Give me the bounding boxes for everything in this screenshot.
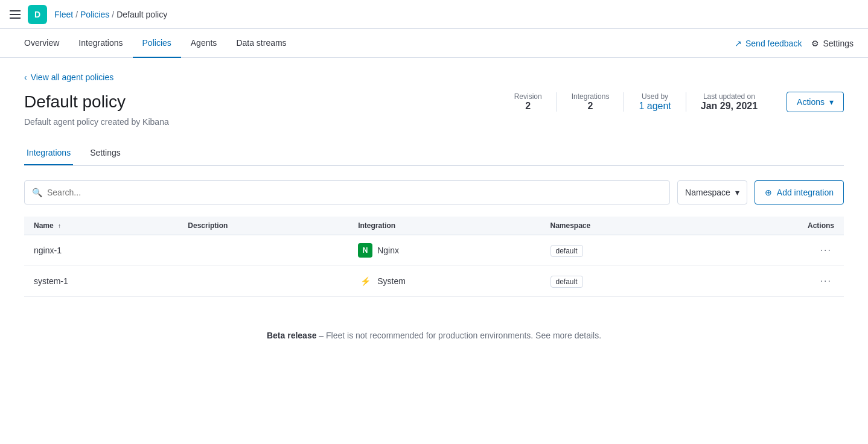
breadcrumb-policies[interactable]: Policies: [80, 10, 109, 19]
tab-data-streams[interactable]: Data streams: [226, 29, 296, 58]
footer-bold: Beta release: [267, 331, 317, 340]
policy-meta: Revision 2 Integrations 2 Used by 1 agen…: [500, 92, 772, 112]
policy-header: Default policy Revision 2 Integrations 2…: [24, 92, 844, 112]
policy-title: Default policy: [24, 92, 126, 112]
ellipsis-icon: ···: [820, 276, 832, 286]
col-integration: Integration: [348, 217, 540, 235]
settings-button[interactable]: ⚙ Settings: [811, 39, 854, 48]
chevron-down-icon: ▾: [735, 188, 739, 197]
breadcrumb-fleet[interactable]: Fleet: [54, 10, 73, 19]
meta-integrations: Integrations 2: [557, 92, 625, 112]
hamburger-menu[interactable]: [10, 10, 21, 19]
tab-policies[interactable]: Policies: [133, 29, 181, 58]
search-box: 🔍: [24, 180, 670, 205]
policy-description: Default agent policy created by Kibana: [24, 117, 844, 127]
row-actions-button[interactable]: ···: [818, 243, 834, 258]
breadcrumb-sep-2: /: [112, 10, 114, 19]
system-icon: ⚡: [358, 274, 372, 288]
breadcrumb-sep-1: /: [75, 10, 78, 19]
cell-actions: ···: [712, 266, 844, 297]
namespace-filter-button[interactable]: Namespace ▾: [677, 180, 747, 205]
sub-tab-settings[interactable]: Settings: [88, 141, 123, 165]
meta-last-updated: Last updated on Jan 29, 2021: [686, 92, 772, 112]
top-bar: D Fleet / Policies / Default policy: [0, 0, 868, 29]
page-content: ‹ View all agent policies Default policy…: [0, 58, 868, 311]
meta-revision: Revision 2: [500, 92, 557, 112]
col-name[interactable]: Name ↑: [24, 217, 178, 235]
external-link-icon: ↗: [735, 39, 742, 48]
tab-agents[interactable]: Agents: [181, 29, 227, 58]
sub-tab-integrations[interactable]: Integrations: [24, 141, 73, 165]
sub-tabs: Integrations Settings: [24, 141, 844, 166]
cell-integration: N Nginx: [348, 235, 540, 266]
cell-description: [178, 235, 348, 266]
row-actions-button[interactable]: ···: [818, 273, 834, 289]
footer: Beta release – Fleet is not recommended …: [0, 311, 868, 350]
table-row: system-1 ⚡ System default ···: [24, 266, 844, 297]
search-icon: 🔍: [32, 188, 42, 197]
plus-icon: ⊕: [765, 188, 772, 197]
cell-namespace: default: [541, 266, 712, 297]
nginx-icon: N: [358, 243, 372, 258]
col-actions: Actions: [712, 217, 844, 235]
main-tabs: Overview Integrations Policies Agents Da…: [0, 29, 868, 58]
breadcrumb-current: Default policy: [116, 10, 167, 19]
col-description: Description: [178, 217, 348, 235]
table-row: nginx-1 N Nginx default ···: [24, 235, 844, 266]
tab-integrations[interactable]: Integrations: [69, 29, 132, 58]
tab-overview[interactable]: Overview: [14, 29, 69, 58]
add-integration-button[interactable]: ⊕ Add integration: [755, 180, 844, 205]
cell-name: nginx-1: [24, 235, 178, 266]
footer-text: – Fleet is not recommended for productio…: [319, 331, 601, 340]
cell-actions: ···: [712, 235, 844, 266]
search-input[interactable]: [47, 188, 662, 197]
cell-namespace: default: [541, 235, 712, 266]
cell-name: system-1: [24, 266, 178, 297]
sort-icon-name: ↑: [58, 223, 61, 229]
avatar: D: [28, 5, 47, 24]
chevron-down-icon: ▾: [829, 97, 834, 107]
col-namespace: Namespace: [541, 217, 712, 235]
filter-row: 🔍 Namespace ▾ ⊕ Add integration: [24, 180, 844, 205]
integrations-table: Name ↑ Description Integration Namespace…: [24, 217, 844, 297]
cell-integration: ⚡ System: [348, 266, 540, 297]
meta-used-by: Used by 1 agent: [624, 92, 686, 112]
ellipsis-icon: ···: [820, 245, 832, 255]
send-feedback-button[interactable]: ↗ Send feedback: [735, 39, 802, 48]
breadcrumb: Fleet / Policies / Default policy: [54, 10, 167, 19]
gear-icon: ⚙: [811, 39, 819, 48]
back-to-policies-button[interactable]: ‹ View all agent policies: [24, 72, 113, 82]
actions-button[interactable]: Actions ▾: [787, 92, 844, 112]
main-tabs-right: ↗ Send feedback ⚙ Settings: [735, 39, 854, 48]
main-tabs-list: Overview Integrations Policies Agents Da…: [14, 29, 296, 58]
cell-description: [178, 266, 348, 297]
chevron-left-icon: ‹: [24, 72, 27, 82]
